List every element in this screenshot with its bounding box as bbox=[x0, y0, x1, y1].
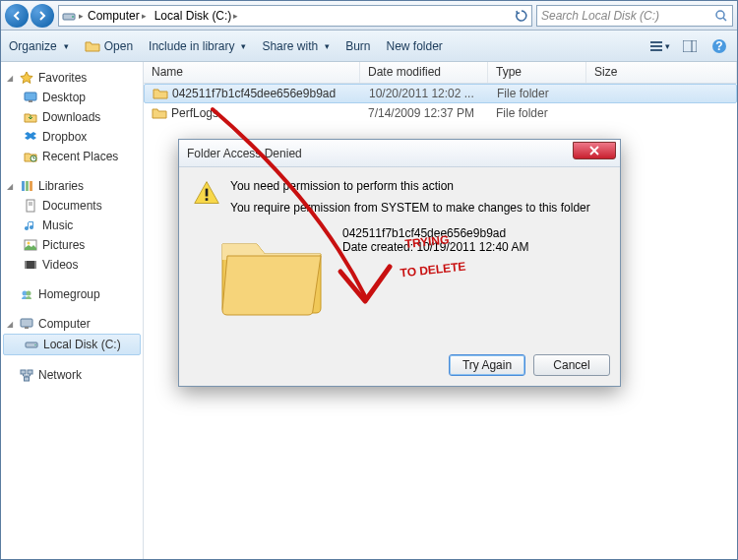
sidebar-item-documents[interactable]: Documents bbox=[1, 196, 143, 216]
svg-rect-4 bbox=[650, 41, 662, 43]
folder-large-icon bbox=[213, 224, 331, 323]
table-row[interactable]: PerfLogs 7/14/2009 12:37 PM File folder bbox=[144, 103, 737, 123]
svg-rect-27 bbox=[21, 319, 32, 327]
svg-rect-28 bbox=[25, 327, 29, 329]
preview-pane-button[interactable] bbox=[680, 36, 700, 56]
column-type[interactable]: Type bbox=[488, 62, 586, 83]
recent-icon bbox=[23, 149, 38, 164]
svg-rect-15 bbox=[26, 181, 29, 191]
svg-text:?: ? bbox=[715, 39, 722, 53]
dialog-message-detail: You require permission from SYSTEM to ma… bbox=[230, 201, 590, 215]
burn-button[interactable]: Burn bbox=[345, 39, 370, 53]
folder-icon bbox=[152, 105, 167, 121]
documents-icon bbox=[23, 198, 38, 214]
sidebar-item-pictures[interactable]: Pictures bbox=[1, 235, 143, 255]
downloads-icon bbox=[23, 109, 38, 125]
pictures-icon bbox=[23, 237, 38, 253]
favorites-header[interactable]: ◢Favorites bbox=[1, 68, 143, 88]
sidebar-item-recent[interactable]: Recent Places bbox=[1, 147, 143, 166]
svg-point-2 bbox=[716, 11, 724, 19]
svg-rect-6 bbox=[650, 49, 662, 51]
svg-rect-11 bbox=[25, 93, 36, 100]
new-folder-button[interactable]: New folder bbox=[387, 39, 443, 53]
svg-point-30 bbox=[34, 344, 36, 346]
open-button[interactable]: Open bbox=[85, 38, 133, 54]
homegroup-icon bbox=[19, 286, 34, 302]
network-icon bbox=[19, 367, 34, 383]
toolbar: Organize Open Include in library Share w… bbox=[1, 31, 737, 62]
column-headers[interactable]: Name Date modified Type Size bbox=[144, 62, 737, 84]
sidebar-item-videos[interactable]: Videos bbox=[1, 255, 143, 275]
warning-icon bbox=[193, 179, 220, 207]
music-icon bbox=[23, 218, 38, 233]
close-button[interactable] bbox=[573, 142, 616, 159]
svg-rect-35 bbox=[206, 198, 209, 201]
help-button[interactable]: ? bbox=[709, 36, 729, 56]
network-header[interactable]: Network bbox=[1, 365, 143, 385]
navigation-pane: ◢Favorites Desktop Downloads Dropbox Rec… bbox=[1, 62, 144, 559]
svg-rect-24 bbox=[34, 261, 36, 269]
navigation-bar: ▸ Computer▸ Local Disk (C:)▸ Search Loca… bbox=[1, 1, 737, 31]
dropbox-icon bbox=[23, 129, 38, 145]
table-row[interactable]: 042511f7b1cf45dee656e9b9ad 10/20/2011 12… bbox=[144, 84, 737, 103]
sidebar-item-desktop[interactable]: Desktop bbox=[1, 88, 143, 107]
svg-rect-34 bbox=[206, 189, 209, 197]
search-icon bbox=[714, 9, 728, 23]
computer-icon bbox=[19, 316, 34, 332]
refresh-icon[interactable] bbox=[514, 8, 529, 24]
search-placeholder: Search Local Disk (C:) bbox=[541, 9, 659, 23]
svg-line-3 bbox=[723, 18, 726, 21]
videos-icon bbox=[23, 257, 38, 273]
svg-point-21 bbox=[28, 242, 31, 245]
svg-rect-5 bbox=[650, 45, 662, 47]
svg-point-26 bbox=[27, 291, 31, 296]
sidebar-item-localdisk[interactable]: Local Disk (C:) bbox=[3, 334, 141, 355]
star-icon bbox=[19, 70, 34, 86]
column-size[interactable]: Size bbox=[586, 62, 737, 83]
include-library-menu[interactable]: Include in library bbox=[149, 39, 246, 53]
dialog-date-created: Date created: 10/19/2011 12:40 AM bbox=[342, 240, 528, 254]
libraries-header[interactable]: ◢Libraries bbox=[1, 176, 143, 196]
column-name[interactable]: Name bbox=[144, 62, 360, 83]
svg-rect-33 bbox=[25, 377, 30, 381]
sidebar-item-dropbox[interactable]: Dropbox bbox=[1, 127, 143, 147]
drive-icon bbox=[24, 337, 39, 352]
breadcrumb[interactable]: ▸ Computer▸ Local Disk (C:)▸ bbox=[58, 5, 532, 27]
dialog-title: Folder Access Denied bbox=[187, 147, 573, 160]
homegroup-header[interactable]: Homegroup bbox=[1, 284, 143, 304]
sidebar-item-music[interactable]: Music bbox=[1, 216, 143, 235]
svg-point-1 bbox=[72, 16, 74, 18]
close-icon bbox=[589, 146, 599, 156]
dialog-filename: 042511f7b1cf45dee656e9b9ad bbox=[342, 226, 528, 240]
dialog-message: You need permission to perform this acti… bbox=[230, 179, 590, 193]
svg-rect-12 bbox=[29, 100, 32, 102]
svg-rect-23 bbox=[25, 261, 27, 269]
breadcrumb-computer[interactable]: Computer▸ bbox=[84, 6, 151, 26]
desktop-icon bbox=[23, 90, 38, 105]
svg-rect-31 bbox=[21, 370, 26, 374]
forward-button[interactable] bbox=[31, 4, 54, 28]
try-again-button[interactable]: Try Again bbox=[449, 354, 525, 376]
svg-rect-17 bbox=[27, 200, 34, 212]
view-options-button[interactable] bbox=[650, 36, 670, 56]
dialog-titlebar[interactable]: Folder Access Denied bbox=[179, 140, 620, 167]
share-with-menu[interactable]: Share with bbox=[262, 39, 330, 53]
drive-icon bbox=[61, 8, 77, 24]
organize-menu[interactable]: Organize bbox=[9, 39, 69, 53]
svg-rect-7 bbox=[683, 40, 697, 52]
sidebar-item-downloads[interactable]: Downloads bbox=[1, 107, 143, 127]
column-date[interactable]: Date modified bbox=[360, 62, 488, 83]
breadcrumb-localdisk[interactable]: Local Disk (C:)▸ bbox=[151, 6, 243, 26]
libraries-icon bbox=[19, 178, 34, 194]
open-icon bbox=[85, 38, 100, 54]
svg-rect-32 bbox=[28, 370, 32, 374]
cancel-button[interactable]: Cancel bbox=[533, 354, 610, 376]
search-input[interactable]: Search Local Disk (C:) bbox=[536, 5, 733, 27]
folder-icon bbox=[153, 86, 168, 101]
back-button[interactable] bbox=[5, 4, 29, 28]
access-denied-dialog: Folder Access Denied You need permission… bbox=[178, 139, 621, 387]
svg-rect-14 bbox=[22, 181, 25, 191]
svg-rect-16 bbox=[30, 181, 32, 191]
computer-header[interactable]: ◢Computer bbox=[1, 314, 143, 334]
